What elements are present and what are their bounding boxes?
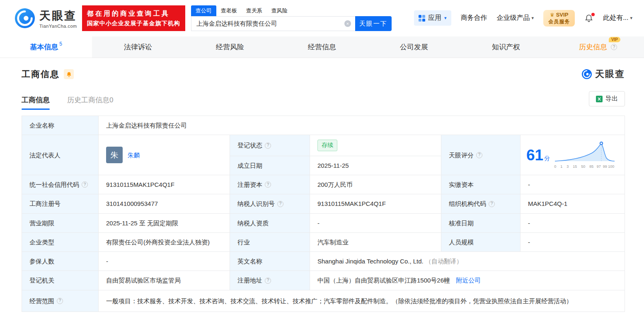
logo-text: 天眼查 TianYanCha.com [39,8,77,29]
apps-label: 应用 [428,14,441,22]
logo-domain: TianYanCha.com [39,24,77,29]
tab-legal-litigation[interactable]: 法律诉讼 [92,36,184,58]
svip-badge[interactable]: ♛ SVIP 会员服务 [543,10,575,27]
clear-icon[interactable]: × [344,20,351,27]
subtab-row: 工商信息 历史工商信息0 导出 [22,91,625,110]
tianyancha-company-page: 天眼查 TianYanCha.com 都在用的商业查询工具 国家中小企业发展子基… [0,0,644,314]
notification-dot [591,13,595,16]
tab-label: 知识产权 [492,42,520,52]
help-icon[interactable]: ? [611,44,617,50]
table-row: 企业类型 有限责任公司(外商投资企业法人独资) 行业 汽车制造业 人员规模 - [22,232,625,251]
promo-line1: 都在用的商业查询工具 [87,9,180,19]
subscribe-bell-icon[interactable] [64,69,74,79]
subtab-history-business-info[interactable]: 历史工商信息0 [67,95,113,110]
search-tab-relation[interactable]: 查关系 [242,5,267,16]
search-button[interactable]: 天眼一下 [355,16,392,31]
label-registration-status: 登记状态? [230,135,310,156]
svip-label: SVIP [556,12,569,19]
site-logo[interactable]: 天眼查 TianYanCha.com [14,7,77,29]
search-area: 查公司 查老板 查关系 查风险 × 天眼一下 [191,5,392,31]
nearby-companies-link[interactable]: 附近公司 [456,277,481,284]
legal-rep-avatar[interactable]: 朱 [106,147,123,163]
notification-bell-icon[interactable] [584,14,593,23]
svip-sublabel: 会员服务 [548,19,570,25]
value-registered-capital: 200万人民币 [310,175,441,194]
help-icon[interactable]: ? [489,201,495,207]
watermark-text: 天眼查 [595,68,625,80]
nav-more[interactable]: 此处有... ▾ [603,14,632,22]
label-credit-code: 统一社会信用代码? [22,175,99,194]
help-icon[interactable]: ? [57,298,63,304]
search-input[interactable] [191,16,355,31]
company-section-tabs: 基本信息 5 法律诉讼 经营风险 经营信息 公司发展 知识产权 历史信息 VIP… [0,36,644,58]
score-unit: 分 [544,154,550,163]
value-business-term: 2025-11-25 至 无固定期限 [99,213,230,232]
value-business-scope: 一般项目：技术服务、技术开发、技术咨询、技术交流、技术转让、技术推广；汽车零部件… [99,290,625,312]
value-legal-representative: 朱 朱麟 [99,135,230,175]
tab-label: 经营信息 [308,42,336,52]
label-registered-capital: 注册资本? [230,175,310,194]
label-registered-address: 注册地址? [230,271,310,290]
chevron-down-icon: ▾ [532,15,534,21]
help-icon[interactable]: ? [265,278,271,284]
tab-company-development[interactable]: 公司发展 [368,36,460,58]
help-icon[interactable]: ? [476,152,482,158]
table-row: 统一社会信用代码? 91310115MAK1PC4Q1F 注册资本? 200万人… [22,175,625,194]
search-tab-boss[interactable]: 查老板 [216,5,242,16]
table-row: 企业名称 上海金启达科技有限责任公司 [22,116,625,135]
value-tianyan-score: 61 分 0 1 3 15 50 [521,135,625,175]
apps-menu[interactable]: 应用 ▾ [414,10,451,26]
label-business-scope: 经营范围? [22,290,99,312]
bell-icon [66,71,72,77]
export-button[interactable]: 导出 [589,91,625,106]
search-tabs: 查公司 查老板 查关系 查风险 [191,5,392,16]
label-registration-number: 工商注册号 [22,194,99,213]
value-taxpayer-id: 91310115MAK1PC4Q1F [310,194,441,213]
value-established-date: 2025-11-25 [310,156,441,175]
search-tab-risk[interactable]: 查风险 [267,5,292,16]
value-org-code: MAK1PC4Q-1 [521,194,625,213]
tab-label: 公司发展 [400,42,428,52]
score-chart: 0 1 3 15 50 85 97 99 100 [554,141,615,169]
label-tianyan-score: 天眼评分? [441,135,521,175]
help-icon[interactable]: ? [82,181,88,188]
tab-basic-info[interactable]: 基本信息 5 [0,36,92,58]
table-row: 工商注册号 310141000953477 纳税人识别号? 91310115MA… [22,194,625,213]
table-row: 经营范围? 一般项目：技术服务、技术开发、技术咨询、技术交流、技术转让、技术推广… [22,290,625,312]
value-approval-date: - [521,213,625,232]
chevron-down-icon: ▾ [444,15,447,21]
more-label: 此处有... [603,14,628,22]
tab-label: 历史信息 [579,43,607,51]
top-nav: 应用 ▾ 商务合作 企业级产品 ▾ ♛ SVIP 会员服务 [414,10,632,27]
help-icon[interactable]: ? [277,201,283,207]
value-company-name: 上海金启达科技有限责任公司 [99,116,625,135]
score-distribution-chart [554,141,615,162]
help-icon[interactable]: ? [265,143,271,149]
value-paid-capital: - [521,175,625,194]
label-business-term: 营业期限 [22,213,99,232]
status-badge: 存续 [317,140,337,151]
table-row: 法定代表人 朱 朱麟 登记状态? 存续 天眼评分? [22,135,625,156]
search-tab-company[interactable]: 查公司 [191,5,216,16]
subtab-business-info[interactable]: 工商信息 [22,95,50,110]
business-info-table: 企业名称 上海金启达科技有限责任公司 法定代表人 朱 朱麟 登记状态? 存续 [22,116,625,312]
nav-cooperation[interactable]: 商务合作 [461,14,487,22]
nav-enterprise[interactable]: 企业级产品 ▾ [497,14,534,22]
tab-count-badge: 5 [59,41,62,47]
tab-history-info[interactable]: 历史信息 VIP ? [552,36,644,58]
section-head: 工商信息 天眼查 [22,68,625,80]
help-icon[interactable]: ? [265,181,271,188]
label-established-date: 成立日期 [230,156,310,175]
tab-operation-info[interactable]: 经营信息 [276,36,368,58]
label-org-code: 组织机构代码? [441,194,521,213]
label-insured-count: 参保人数 [22,252,99,271]
promo-banner[interactable]: 都在用的商业查询工具 国家中小企业发展子基金旗下机构 [82,5,185,31]
tab-intellectual-property[interactable]: 知识产权 [460,36,552,58]
tab-label: 基本信息 [30,42,58,52]
label-approval-date: 核准日期 [441,213,521,232]
score-value: 61 [526,143,543,167]
auto-translate-note: （自动翻译） [425,258,462,265]
value-taxpayer-qualification: - [310,213,441,232]
legal-rep-link[interactable]: 朱麟 [128,150,140,160]
tab-operation-risk[interactable]: 经营风险 [184,36,276,58]
